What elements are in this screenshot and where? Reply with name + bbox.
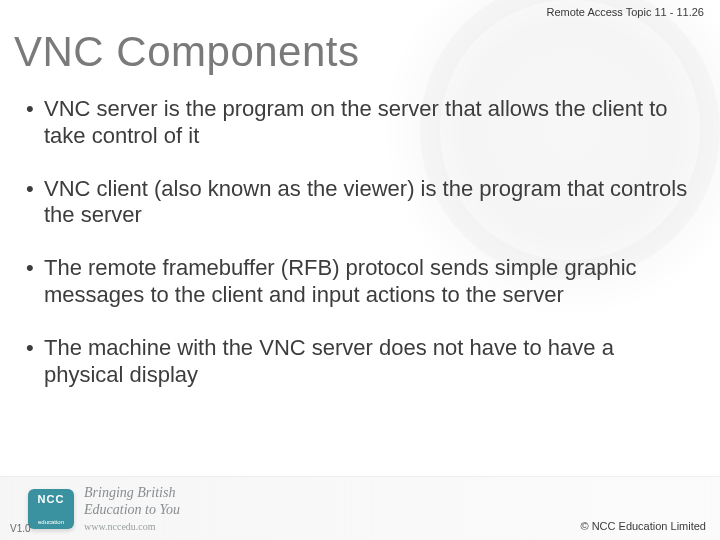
footer-logo-block: Bringing British Education to You www.nc… bbox=[28, 485, 180, 533]
copyright-label: © NCC Education Limited bbox=[581, 520, 707, 532]
version-label: V1.0 bbox=[10, 523, 31, 534]
slide-title: VNC Components bbox=[14, 28, 359, 76]
bullet-item: VNC client (also known as the viewer) is… bbox=[26, 176, 694, 230]
slide-content: VNC server is the program on the server … bbox=[26, 96, 694, 415]
tagline-line-2: Education to You bbox=[84, 502, 180, 517]
tagline-line-1: Bringing British bbox=[84, 485, 175, 500]
slide-footer: Bringing British Education to You www.nc… bbox=[0, 476, 720, 540]
bullet-item: The remote framebuffer (RFB) protocol se… bbox=[26, 255, 694, 309]
bullet-item: VNC server is the program on the server … bbox=[26, 96, 694, 150]
footer-tagline: Bringing British Education to You www.nc… bbox=[84, 485, 180, 533]
footer-site: www.nccedu.com bbox=[84, 521, 180, 533]
ncc-logo-icon bbox=[28, 489, 74, 529]
header-meta: Remote Access Topic 11 - 11.26 bbox=[546, 6, 704, 18]
bullet-item: The machine with the VNC server does not… bbox=[26, 335, 694, 389]
